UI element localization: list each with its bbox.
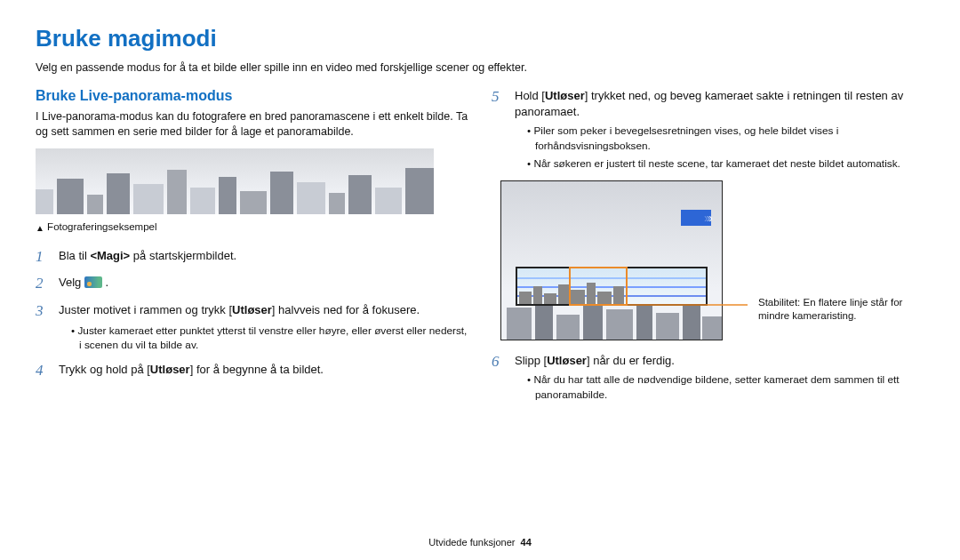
step-body: Velg . [59,275,108,292]
step-3: 3 Juster motivet i rammen og trykk [Utlø… [36,302,468,353]
steps-left: 1 Bla til <Magi> på startskjermbildet. 2… [36,248,468,380]
right-column: 5 Hold [Utløser] trykket ned, og beveg k… [492,88,924,411]
stability-callout: Stabilitet: En flatere linje står for mi… [758,296,918,324]
step-number: 2 [36,275,50,292]
step-number: 3 [36,302,50,353]
step-body: Slipp [Utløser] når du er ferdig. • Når … [515,353,924,402]
illustration-caption: ▲ Fotograferingseksempel [36,221,468,232]
direction-arrow-icon: ››› [681,210,711,226]
step5-illustration-wrap: ››› [492,180,918,340]
step-sub-bullet: • Når søkeren er justert til neste scene… [527,156,924,172]
page-title: Bruke magimodi [36,25,924,52]
step-body: Bla til <Magi> på startskjermbildet. [59,248,236,266]
panorama-mode-icon [84,276,102,288]
viewfinder-illustration: ››› [500,180,723,340]
step-body: Hold [Utløser] trykket ned, og beveg kam… [515,88,924,172]
section-body: I Live-panorama-modus kan du fotografere… [36,109,468,140]
step-1: 1 Bla til <Magi> på startskjermbildet. [36,248,468,266]
step-6: 6 Slipp [Utløser] når du er ferdig. • Nå… [492,353,924,402]
left-column: Bruke Live-panorama-modus I Live-panoram… [36,88,468,411]
step-4: 4 Trykk og hold på [Utløser] for å begyn… [36,362,468,380]
step-number: 5 [492,88,506,172]
step-2: 2 Velg . [36,275,468,292]
step-body: Juster motivet i rammen og trykk [Utløse… [59,302,468,353]
columns: Bruke Live-panorama-modus I Live-panoram… [36,88,924,411]
panorama-illustration [36,148,434,214]
page-number: 44 [521,537,532,548]
step-sub-bullet: • Juster kameraet etter punktet ytterst … [71,324,468,353]
step-number: 1 [36,248,50,266]
step-5: 5 Hold [Utløser] trykket ned, og beveg k… [492,88,924,172]
section-title: Bruke Live-panorama-modus [36,88,468,104]
current-frame-highlight [569,267,628,306]
caption-text: Fotograferingseksempel [47,221,156,232]
step-body: Trykk og hold på [Utløser] for å begynne… [59,362,324,380]
step-number: 4 [36,362,50,380]
triangle-up-icon: ▲ [36,223,44,233]
page: Bruke magimodi Velg en passende modus fo… [0,0,960,560]
footer: Utvidede funksjoner 44 [0,537,960,548]
step-sub-bullet: • Piler som peker i bevegelsesretningen … [527,124,924,153]
step-sub-bullet: • Når du har tatt alle de nødvendige bil… [527,372,924,402]
intro-text: Velg en passende modus for å ta et bilde… [36,61,924,74]
preview-strip [516,267,708,306]
footer-section-label: Utvidede funksjoner [428,537,515,548]
step-number: 6 [492,353,506,402]
